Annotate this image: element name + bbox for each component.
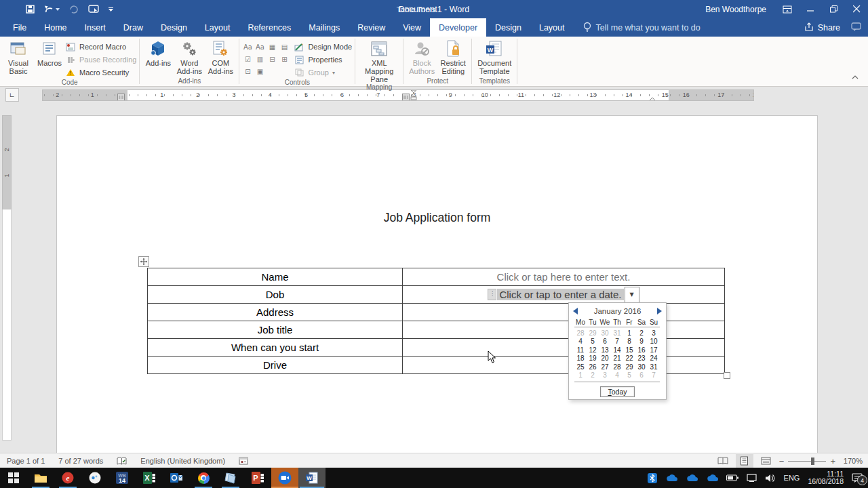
collapse-ribbon-icon[interactable] [852, 70, 859, 82]
read-mode-button[interactable] [714, 454, 732, 468]
date-content-control[interactable]: ⋮ Click or tap to enter a date. ▼ [403, 286, 724, 303]
ribbon-tab[interactable]: Layout [530, 18, 574, 37]
previous-month-icon[interactable] [573, 308, 578, 314]
record-macro-button[interactable]: Record Macro [65, 41, 136, 52]
calendar-day[interactable]: 30 [599, 329, 611, 338]
word-count[interactable]: 7 of 27 words [52, 457, 110, 465]
properties-button[interactable]: Properties [294, 54, 352, 65]
touch-mode-icon[interactable] [88, 5, 99, 14]
signed-in-user[interactable]: Ben Woodthorpe [705, 5, 766, 14]
xml-mapping-pane-button[interactable]: XML Mapping Pane [358, 38, 400, 83]
empty-cell[interactable] [403, 321, 724, 338]
wb14-app-icon[interactable]: WB14 [108, 468, 136, 488]
zoom-slider[interactable] [788, 461, 826, 462]
row-label[interactable]: When can you start [148, 339, 403, 356]
right-indent-marker[interactable] [649, 94, 656, 101]
calendar-day[interactable]: 30 [635, 363, 648, 371]
design-mode-button[interactable]: Design Mode [294, 41, 352, 52]
content-control-icon[interactable]: ▤ [279, 41, 290, 52]
calendar-month-label[interactable]: January 2016 [578, 307, 657, 315]
proofing-icon[interactable] [110, 457, 134, 466]
com-add-ins-button[interactable]: COM Add-ins [205, 38, 236, 75]
restore-button[interactable] [822, 0, 845, 18]
content-control-icon[interactable]: Aa [242, 41, 253, 52]
calendar-day[interactable]: 22 [623, 354, 635, 363]
calendar-day[interactable]: 8 [623, 338, 635, 346]
row-label[interactable]: Name [148, 268, 403, 285]
macros-button[interactable]: Macros [34, 38, 65, 67]
ribbon-tab[interactable]: References [239, 18, 300, 37]
date-placeholder[interactable]: Click or tap to enter a date. [497, 289, 623, 300]
calendar-day[interactable]: 25 [574, 363, 587, 371]
ribbon-tab[interactable]: Design [486, 18, 530, 37]
zoom-out-button[interactable]: − [779, 456, 785, 466]
restrict-editing-button[interactable]: Restrict Editing [437, 38, 469, 75]
calendar-day[interactable]: 5 [587, 338, 599, 346]
language-indicator[interactable]: English (United Kingdom) [134, 457, 232, 465]
battery-icon[interactable] [726, 474, 738, 481]
text-placeholder[interactable]: Click or tap here to enter text. [497, 271, 631, 283]
calendar-day[interactable]: 24 [648, 354, 660, 363]
calendar-day[interactable]: 3 [648, 329, 660, 338]
screen-recorder-icon[interactable] [271, 468, 298, 488]
date-picker-popup[interactable]: January 2016 MoTuWeThFrSaSu 282930311234… [568, 302, 667, 400]
calendar-day[interactable]: 20 [599, 354, 611, 363]
calendar-day[interactable]: 19 [587, 354, 599, 363]
ribbon-tab[interactable]: View [394, 18, 430, 37]
ribbon-tab[interactable]: Developer [430, 18, 486, 37]
minimize-button[interactable] [799, 0, 822, 18]
page-indicator[interactable]: Page 1 of 1 [0, 457, 52, 465]
redo-icon[interactable] [69, 5, 79, 14]
word-icon[interactable]: W [298, 468, 326, 488]
print-layout-button[interactable] [736, 454, 753, 468]
vertical-ruler[interactable]: 21 [2, 115, 12, 441]
calendar-day[interactable]: 13 [599, 346, 611, 354]
empty-cell[interactable] [403, 304, 724, 321]
row-label[interactable]: Job title [148, 321, 403, 338]
calendar-day[interactable]: 21 [611, 354, 623, 363]
calendar-day[interactable]: 14 [611, 346, 623, 354]
excel-icon[interactable]: X [136, 468, 163, 488]
content-control-icon[interactable]: ⊞ [279, 54, 290, 64]
calendar-day[interactable]: 27 [599, 363, 611, 371]
save-icon[interactable] [26, 5, 35, 14]
network-icon[interactable] [747, 474, 757, 482]
onedrive-icon-3[interactable] [706, 474, 718, 482]
calendar-day[interactable]: 11 [574, 346, 587, 354]
onedrive-icon-2[interactable] [686, 474, 698, 482]
ribbon-tab[interactable]: Draw [115, 18, 152, 37]
ribbon-tab[interactable]: File [4, 18, 35, 37]
table-column-marker[interactable] [117, 92, 125, 101]
macro-security-button[interactable]: Macro Security [65, 67, 136, 78]
empty-cell[interactable] [403, 357, 724, 373]
content-control-handle[interactable]: ⋮ [488, 289, 496, 300]
text-content-control[interactable]: Click or tap here to enter text. [403, 268, 724, 285]
zoom-slider-thumb[interactable] [811, 458, 814, 465]
web-layout-button[interactable] [757, 454, 775, 468]
table-resize-handle[interactable] [724, 372, 730, 379]
indent-markers[interactable] [410, 90, 417, 101]
content-control-icon[interactable]: ☑ [242, 54, 253, 64]
macro-recording-icon[interactable] [232, 457, 255, 465]
content-control-icon[interactable]: ▦ [267, 41, 277, 52]
tab-stop-selector[interactable]: ∟ [5, 88, 19, 102]
calendar-day[interactable]: 7 [648, 371, 660, 380]
next-month-icon[interactable] [657, 308, 662, 314]
calendar-day[interactable]: 26 [587, 363, 599, 371]
customize-qat-icon[interactable] [108, 7, 113, 12]
share-button[interactable]: Share [804, 22, 840, 33]
chrome-icon[interactable] [190, 468, 217, 488]
bluetooth-icon[interactable] [648, 473, 657, 483]
powerpoint-icon[interactable]: P [244, 468, 271, 488]
empty-cell[interactable] [403, 339, 724, 356]
add-ins-button[interactable]: Add-ins [142, 38, 174, 67]
calendar-day[interactable]: 29 [623, 363, 635, 371]
file-explorer-icon[interactable] [27, 468, 54, 488]
calendar-day[interactable]: 4 [574, 338, 587, 346]
calendar-day[interactable]: 18 [574, 354, 587, 363]
undo-button[interactable] [44, 5, 60, 14]
date-dropdown-button[interactable]: ▼ [625, 287, 639, 303]
calendar-day[interactable]: 31 [611, 329, 623, 338]
ribbon-tab[interactable]: Design [152, 18, 196, 37]
calendar-day[interactable]: 1 [574, 371, 587, 380]
